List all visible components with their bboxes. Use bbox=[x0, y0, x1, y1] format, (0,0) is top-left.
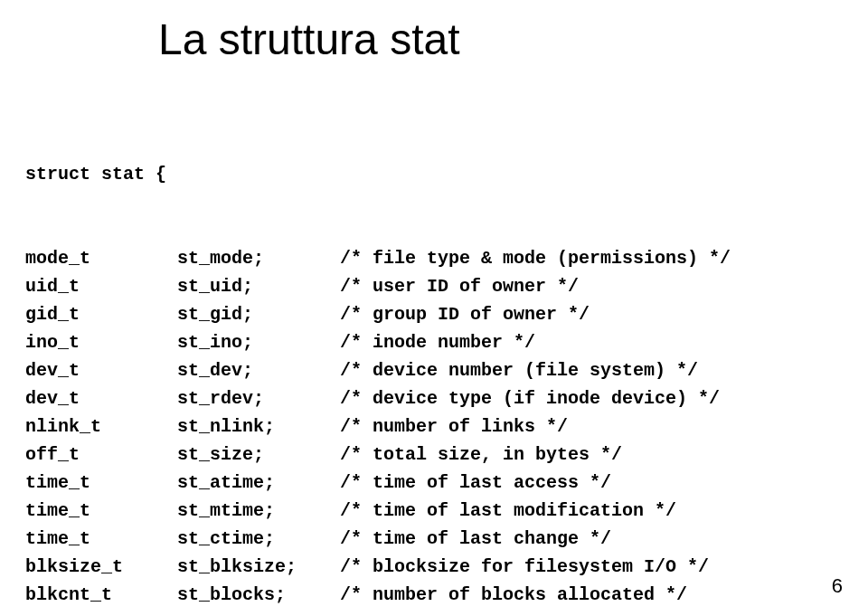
field-type: time_t bbox=[25, 497, 177, 525]
field-name: st_dev; bbox=[177, 356, 340, 384]
page-number: 6 bbox=[832, 574, 843, 598]
field-name: st_atime; bbox=[177, 469, 340, 497]
table-row: blksize_tst_blksize;/* blocksize for fil… bbox=[25, 553, 731, 581]
field-comment: /* time of last modification */ bbox=[340, 497, 731, 525]
field-name: st_ino; bbox=[177, 328, 340, 356]
struct-open: struct stat { bbox=[25, 160, 731, 188]
field-name: st_blocks; bbox=[177, 581, 340, 609]
field-name: st_nlink; bbox=[177, 412, 340, 441]
field-name: st_mode; bbox=[177, 244, 340, 272]
field-type: blkcnt_t bbox=[25, 581, 177, 609]
table-row: mode_tst_mode;/* file type & mode (permi… bbox=[25, 244, 731, 272]
table-row: time_tst_atime;/* time of last access */ bbox=[25, 469, 731, 497]
field-type: time_t bbox=[25, 525, 177, 553]
field-type: ino_t bbox=[25, 328, 177, 356]
field-type: dev_t bbox=[25, 384, 177, 412]
field-comment: /* total size, in bytes */ bbox=[340, 441, 731, 469]
field-name: st_size; bbox=[177, 441, 340, 469]
field-type: dev_t bbox=[25, 356, 177, 384]
table-row: dev_tst_rdev;/* device type (if inode de… bbox=[25, 384, 731, 412]
table-row: ino_tst_ino;/* inode number */ bbox=[25, 328, 731, 356]
field-comment: /* time of last access */ bbox=[340, 469, 731, 497]
field-type: blksize_t bbox=[25, 553, 177, 581]
field-comment: /* user ID of owner */ bbox=[340, 272, 731, 300]
table-row: uid_tst_uid;/* user ID of owner */ bbox=[25, 272, 731, 300]
slide: La struttura stat struct stat { mode_tst… bbox=[0, 0, 868, 616]
field-comment: /* device number (file system) */ bbox=[340, 356, 731, 384]
field-comment: /* time of last change */ bbox=[340, 525, 731, 553]
field-comment: /* inode number */ bbox=[340, 328, 731, 356]
field-name: st_rdev; bbox=[177, 384, 340, 412]
field-name: st_mtime; bbox=[177, 497, 340, 525]
field-type: time_t bbox=[25, 469, 177, 497]
table-row: gid_tst_gid;/* group ID of owner */ bbox=[25, 300, 731, 328]
table-row: off_tst_size;/* total size, in bytes */ bbox=[25, 441, 731, 469]
field-type: nlink_t bbox=[25, 412, 177, 441]
table-row: time_tst_ctime;/* time of last change */ bbox=[25, 525, 731, 553]
field-type: gid_t bbox=[25, 300, 177, 328]
field-type: uid_t bbox=[25, 272, 177, 300]
field-type: mode_t bbox=[25, 244, 177, 272]
field-comment: /* number of blocks allocated */ bbox=[340, 581, 731, 609]
struct-fields-table: mode_tst_mode;/* file type & mode (permi… bbox=[25, 244, 731, 609]
field-type: off_t bbox=[25, 441, 177, 469]
field-comment: /* device type (if inode device) */ bbox=[340, 384, 731, 412]
table-row: time_tst_mtime;/* time of last modificat… bbox=[25, 497, 731, 525]
field-name: st_uid; bbox=[177, 272, 340, 300]
table-row: blkcnt_tst_blocks;/* number of blocks al… bbox=[25, 581, 731, 609]
table-row: dev_tst_dev;/* device number (file syste… bbox=[25, 356, 731, 384]
table-row: nlink_tst_nlink;/* number of links */ bbox=[25, 412, 731, 441]
field-comment: /* number of links */ bbox=[340, 412, 731, 441]
code-block: struct stat { mode_tst_mode;/* file type… bbox=[25, 104, 731, 616]
page-title: La struttura stat bbox=[158, 14, 460, 64]
field-name: st_ctime; bbox=[177, 525, 340, 553]
field-comment: /* group ID of owner */ bbox=[340, 300, 731, 328]
field-comment: /* file type & mode (permissions) */ bbox=[340, 244, 731, 272]
field-name: st_blksize; bbox=[177, 553, 340, 581]
field-comment: /* blocksize for filesystem I/O */ bbox=[340, 553, 731, 581]
field-name: st_gid; bbox=[177, 300, 340, 328]
